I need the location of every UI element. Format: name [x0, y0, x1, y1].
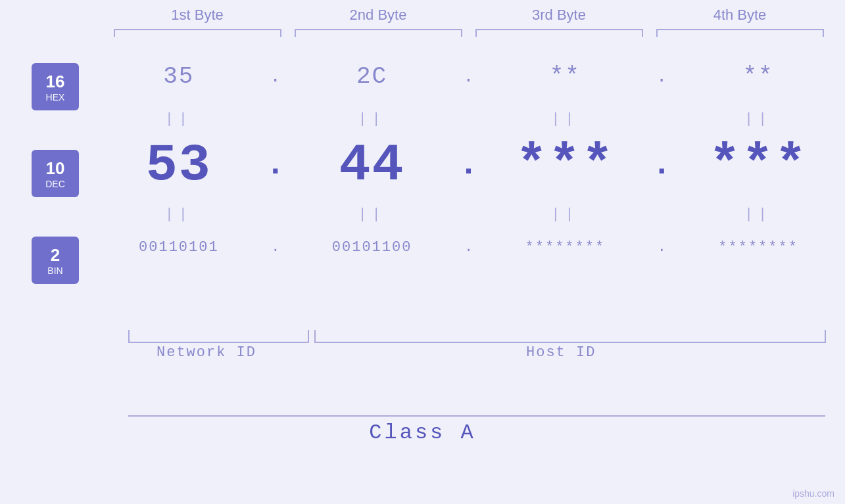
bottom-bracket-area: Network ID Host ID — [0, 330, 845, 409]
bin-val-4: ******** — [671, 239, 845, 256]
hex-badge: 16 HEX — [32, 63, 79, 110]
header-brackets — [107, 29, 831, 37]
dec-val-3: *** — [479, 135, 652, 195]
class-line — [128, 415, 825, 417]
hex-badge-name: HEX — [46, 92, 65, 103]
bin-badge-name: BIN — [47, 265, 62, 276]
hex-val-4: ** — [671, 63, 845, 90]
byte-header-4: 4th Byte — [650, 7, 831, 29]
watermark: ipshu.com — [792, 488, 834, 499]
dec-dot-3: . — [652, 132, 671, 198]
class-area: Class A — [0, 409, 845, 455]
byte-headers-row: 1st Byte 2nd Byte 3rd Byte 4th Byte — [107, 7, 831, 29]
bracket-3 — [475, 29, 643, 37]
bracket-1 — [114, 29, 281, 37]
hex-dot-3: . — [652, 66, 671, 87]
bin-dot-3: . — [652, 239, 671, 256]
dec-badge-num: 10 — [46, 158, 65, 179]
eq-row-2: || || || || — [92, 204, 845, 224]
dec-val-2: 44 — [285, 135, 459, 195]
dec-row: 53 . 44 . *** . *** — [92, 132, 845, 198]
hex-dot-2: . — [459, 66, 479, 87]
bracket-4 — [656, 29, 824, 37]
hex-val-3: ** — [479, 63, 652, 90]
dec-dot-2: . — [459, 132, 479, 198]
network-id-label: Network ID — [157, 344, 256, 361]
bin-val-3: ******** — [479, 239, 652, 256]
bin-dot-1: . — [266, 239, 285, 256]
labels-column: 16 HEX 10 DEC 2 BIN — [0, 50, 92, 323]
byte-header-2: 2nd Byte — [288, 7, 469, 29]
dec-val-4: *** — [671, 135, 845, 195]
bin-badge: 2 BIN — [32, 237, 79, 284]
byte-header-1: 1st Byte — [107, 7, 288, 29]
eq-row-1: || || || || — [92, 109, 845, 129]
hex-row: 35 . 2C . ** . ** — [92, 50, 845, 103]
byte-header-3: 3rd Byte — [469, 7, 650, 29]
dec-dot-1: . — [266, 132, 285, 198]
bin-val-2: 00101100 — [285, 239, 459, 256]
dec-badge: 10 DEC — [32, 150, 79, 197]
network-id-bracket — [128, 330, 309, 343]
host-id-bracket — [314, 330, 826, 343]
dec-val-1: 53 — [92, 135, 266, 195]
bin-row: 00110101 . 00101100 . ******** . *******… — [92, 227, 845, 267]
eq2-2: || — [285, 206, 459, 223]
values-grid: 35 . 2C . ** . ** || || || || 53 — [92, 50, 845, 270]
eq-3: || — [479, 111, 652, 127]
dec-badge-name: DEC — [45, 179, 65, 189]
hex-val-1: 35 — [92, 63, 266, 90]
eq-2: || — [285, 111, 459, 127]
hex-val-2: 2C — [285, 63, 459, 90]
eq-1: || — [92, 111, 266, 127]
bin-badge-num: 2 — [51, 245, 60, 265]
eq2-1: || — [92, 206, 266, 223]
hex-badge-num: 16 — [46, 72, 65, 92]
content-area: 16 HEX 10 DEC 2 BIN 35 . 2C . ** . ** — [0, 50, 845, 323]
bin-dot-2: . — [459, 239, 479, 256]
hex-dot-1: . — [266, 66, 285, 87]
eq2-3: || — [479, 206, 652, 223]
class-label: Class A — [369, 421, 475, 445]
eq2-4: || — [671, 206, 845, 223]
main-container: 1st Byte 2nd Byte 3rd Byte 4th Byte 16 H… — [0, 0, 845, 504]
bracket-2 — [295, 29, 462, 37]
host-id-label: Host ID — [526, 344, 596, 361]
bin-val-1: 00110101 — [92, 239, 266, 256]
eq-4: || — [671, 111, 845, 127]
